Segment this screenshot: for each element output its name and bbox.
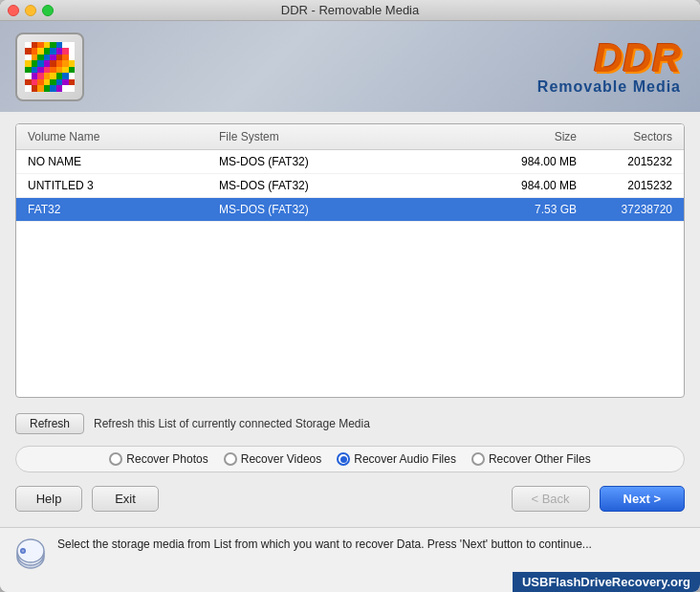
app-header: DDR Removable Media	[0, 21, 700, 112]
action-buttons: Help Exit < Back Next >	[15, 482, 685, 515]
status-message: Select the storage media from List from …	[57, 536, 687, 553]
col-filesystem: File System	[215, 128, 466, 145]
refresh-bar: Refresh Refresh this List of currently c…	[15, 407, 685, 436]
watermark-text: USBFlashDriveRecovery.org	[513, 572, 700, 592]
help-button[interactable]: Help	[15, 486, 82, 512]
app-logo	[15, 33, 84, 101]
maximize-button[interactable]	[42, 5, 54, 16]
table-row[interactable]: UNTITLED 3 MS-DOS (FAT32) 984.00 MB 2015…	[16, 174, 684, 198]
cell-sectors: 2015232	[580, 177, 676, 194]
radio-videos-indicator	[224, 452, 237, 466]
brand-area: DDR Removable Media	[537, 38, 681, 96]
cell-size: 984.00 MB	[466, 177, 580, 194]
cell-filesystem: MS-DOS (FAT32)	[215, 201, 466, 218]
cell-volume: UNTITLED 3	[24, 177, 215, 194]
logo-mosaic	[25, 42, 75, 92]
refresh-description: Refresh this List of currently connected…	[94, 417, 370, 430]
back-button[interactable]: < Back	[512, 486, 590, 512]
window-controls	[8, 5, 54, 16]
cell-sectors: 2015232	[580, 153, 676, 170]
close-button[interactable]	[8, 5, 19, 16]
cell-volume: FAT32	[24, 201, 215, 218]
radio-photos-label: Recover Photos	[126, 452, 208, 466]
col-volume: Volume Name	[24, 128, 215, 145]
status-bar: Select the storage media from List from …	[0, 527, 700, 592]
svg-point-4	[22, 550, 25, 553]
radio-audio[interactable]: Recover Audio Files	[337, 452, 456, 466]
brand-ddr-text: DDR	[537, 38, 681, 78]
titlebar: DDR - Removable Media	[0, 0, 700, 21]
brand-sub-text: Removable Media	[537, 78, 681, 96]
radio-photos-indicator	[109, 452, 122, 466]
exit-button[interactable]: Exit	[92, 486, 159, 512]
table-header: Volume Name File System Size Sectors	[16, 124, 684, 150]
cell-volume: NO NAME	[24, 153, 215, 170]
radio-audio-label: Recover Audio Files	[354, 452, 456, 466]
cell-filesystem: MS-DOS (FAT32)	[215, 153, 466, 170]
next-button[interactable]: Next >	[600, 486, 685, 512]
radio-other-label: Recover Other Files	[489, 452, 591, 466]
radio-videos-label: Recover Videos	[241, 452, 322, 466]
radio-other-indicator	[471, 452, 485, 466]
refresh-button[interactable]: Refresh	[15, 413, 84, 434]
minimize-button[interactable]	[25, 5, 36, 16]
table-body: NO NAME MS-DOS (FAT32) 984.00 MB 2015232…	[16, 150, 684, 222]
window-title: DDR - Removable Media	[281, 3, 420, 17]
cell-size: 984.00 MB	[466, 153, 580, 170]
radio-other[interactable]: Recover Other Files	[471, 452, 591, 466]
table-row[interactable]: NO NAME MS-DOS (FAT32) 984.00 MB 2015232	[16, 150, 684, 174]
col-size: Size	[466, 128, 580, 145]
cell-sectors: 37238720	[580, 201, 676, 218]
col-sectors: Sectors	[580, 128, 676, 145]
radio-photos[interactable]: Recover Photos	[109, 452, 208, 466]
table-row-selected[interactable]: FAT32 MS-DOS (FAT32) 7.53 GB 37238720	[16, 198, 684, 222]
status-icon	[13, 537, 48, 572]
recovery-type-group: Recover Photos Recover Videos Recover Au…	[15, 446, 685, 472]
main-content: Volume Name File System Size Sectors NO …	[0, 112, 700, 527]
media-table: Volume Name File System Size Sectors NO …	[15, 123, 685, 398]
main-window: DDR - Removable Media	[0, 0, 700, 592]
radio-videos[interactable]: Recover Videos	[224, 452, 322, 466]
cell-size: 7.53 GB	[466, 201, 580, 218]
radio-audio-indicator	[337, 452, 350, 466]
cell-filesystem: MS-DOS (FAT32)	[215, 177, 466, 194]
